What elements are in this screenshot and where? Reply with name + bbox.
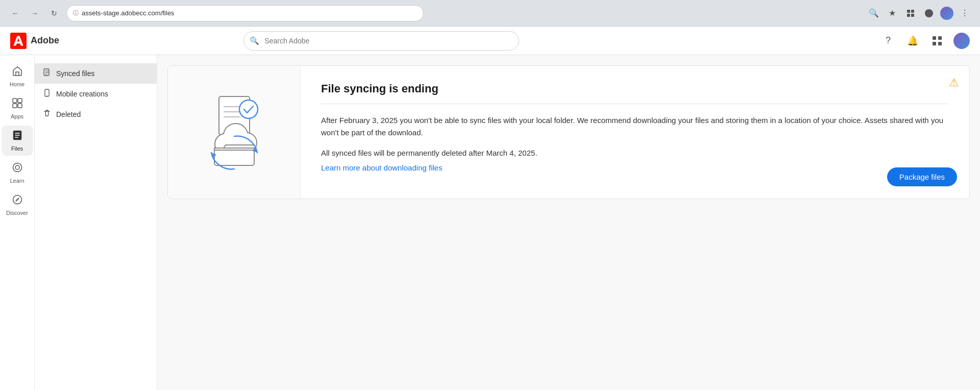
svg-rect-3 <box>911 14 914 17</box>
help-button[interactable]: ? <box>880 33 896 49</box>
user-avatar[interactable] <box>953 33 970 49</box>
app-container: Adobe 🔍 ? 🔔 Home <box>0 27 980 390</box>
synced-files-label: Synced files <box>56 69 94 78</box>
profile-icon[interactable] <box>922 6 936 20</box>
svg-rect-8 <box>933 42 936 45</box>
back-button[interactable]: ← <box>8 6 22 20</box>
svg-rect-7 <box>938 36 942 40</box>
deleted-icon <box>43 109 51 119</box>
menu-button[interactable]: ⋮ <box>958 6 972 20</box>
sidebar-item-discover[interactable]: Discover <box>2 190 33 220</box>
main-layout: Home Apps Files Learn <box>0 55 980 390</box>
address-bar[interactable]: ⓘ assets-stage.adobecc.com/files <box>66 5 424 21</box>
forward-button[interactable]: → <box>28 6 42 20</box>
notice-body1: After February 3, 2025 you won't be able… <box>321 114 949 139</box>
notice-divider <box>321 104 949 104</box>
svg-rect-6 <box>933 36 936 40</box>
sub-sidebar: Synced files Mobile creations Deleted <box>35 55 157 390</box>
main-area: ⚠ File syncing is ending After February … <box>157 55 980 390</box>
svg-rect-5 <box>10 33 27 49</box>
apps-grid-button[interactable] <box>929 33 945 49</box>
learn-more-link[interactable]: Learn more about downloading files <box>321 163 443 172</box>
svg-point-20 <box>46 95 47 96</box>
svg-rect-9 <box>938 42 942 45</box>
adobe-logo-svg <box>10 33 27 49</box>
sidebar-discover-label: Discover <box>6 210 28 216</box>
svg-rect-0 <box>907 10 910 13</box>
sidebar-files-label: Files <box>11 145 23 152</box>
sidebar-item-learn[interactable]: Learn <box>2 158 33 188</box>
discover-icon <box>12 194 23 208</box>
sidebar-item-files[interactable]: Files <box>2 126 33 156</box>
search-bar: 🔍 <box>243 31 519 51</box>
synced-files-icon <box>43 68 51 79</box>
svg-point-17 <box>13 196 21 204</box>
header-actions: ? 🔔 <box>880 33 970 49</box>
notice-title: File syncing is ending <box>321 82 949 95</box>
svg-rect-12 <box>13 104 17 108</box>
search-browser-button[interactable]: 🔍 <box>867 6 881 20</box>
app-header: Adobe 🔍 ? 🔔 <box>0 27 980 55</box>
sidebar-learn-label: Learn <box>10 178 24 184</box>
reload-button[interactable]: ↻ <box>47 6 61 20</box>
browser-actions: 🔍 ★ ⋮ <box>867 6 972 20</box>
sidebar-apps-label: Apps <box>11 113 23 119</box>
svg-point-4 <box>925 9 933 17</box>
svg-point-15 <box>13 163 21 172</box>
files-icon <box>12 130 23 143</box>
svg-point-16 <box>15 165 19 169</box>
sidebar-item-apps[interactable]: Apps <box>2 93 33 124</box>
sub-sidebar-item-synced-files[interactable]: Synced files <box>35 63 157 84</box>
package-files-button[interactable]: Package files <box>887 167 957 186</box>
bookmark-button[interactable]: ★ <box>885 6 899 20</box>
browser-chrome: ← → ↻ ⓘ assets-stage.adobecc.com/files 🔍… <box>0 0 980 27</box>
mobile-creations-label: Mobile creations <box>56 90 108 98</box>
search-icon: 🔍 <box>250 36 259 45</box>
svg-rect-11 <box>18 99 22 103</box>
warning-icon: ⚠ <box>949 76 959 89</box>
sidebar: Home Apps Files Learn <box>0 55 35 390</box>
deleted-label: Deleted <box>56 110 81 118</box>
sync-illustration <box>168 66 301 199</box>
adobe-logo[interactable]: Adobe <box>10 33 59 49</box>
extension-icon[interactable] <box>903 6 918 20</box>
notice-content: ⚠ File syncing is ending After February … <box>301 66 969 199</box>
sub-sidebar-item-mobile-creations[interactable]: Mobile creations <box>35 84 157 104</box>
notice-card: ⚠ File syncing is ending After February … <box>167 65 970 199</box>
sidebar-item-home[interactable]: Home <box>2 61 33 91</box>
sidebar-home-label: Home <box>10 81 24 87</box>
svg-point-22 <box>239 100 258 118</box>
svg-rect-13 <box>18 104 22 108</box>
apps-icon <box>12 98 23 111</box>
browser-user-avatar[interactable] <box>940 7 953 20</box>
adobe-logo-text: Adobe <box>31 35 59 46</box>
mobile-creations-icon <box>43 89 51 99</box>
notice-body2: All synced files will be permanently del… <box>321 147 949 159</box>
svg-rect-1 <box>911 10 914 13</box>
learn-icon <box>12 162 23 176</box>
url-text: assets-stage.adobecc.com/files <box>82 9 174 17</box>
search-input[interactable] <box>243 31 519 51</box>
sub-sidebar-item-deleted[interactable]: Deleted <box>35 104 157 125</box>
svg-rect-2 <box>907 14 910 17</box>
home-icon <box>12 65 23 79</box>
notifications-button[interactable]: 🔔 <box>904 33 921 49</box>
address-bar-icon: ⓘ <box>73 9 79 17</box>
svg-rect-10 <box>13 99 17 103</box>
